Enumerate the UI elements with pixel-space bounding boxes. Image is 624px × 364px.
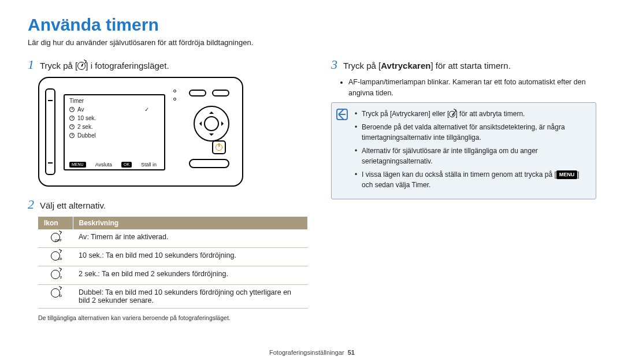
screen-opt-2: 2 sek. — [69, 122, 159, 131]
camera-screen: Timer Av✓ 10 sek. 2 sek. Dubbel MENUAvsl… — [64, 94, 165, 170]
camera-illustration: Timer Av✓ 10 sek. 2 sek. Dubbel MENUAvsl… — [38, 77, 243, 187]
info-item: Tryck på [Avtryckaren] eller [] för att … — [355, 109, 589, 119]
menu-pill-icon: MENU — [556, 170, 578, 180]
info-item: I vissa lägen kan du också ställa in tim… — [355, 169, 589, 190]
menu-icon: MENU — [69, 162, 86, 168]
timer-icon — [77, 62, 86, 70]
table-row: DDubbel: Ta en bild med 10 sekunders för… — [38, 285, 308, 309]
screen-title: Timer — [69, 98, 159, 104]
table-row: OFFAv: Timern är inte aktiverad. — [38, 229, 308, 248]
timer-double-icon: D — [51, 288, 60, 298]
options-table: Ikon Beskrivning OFFAv: Timern är inte a… — [38, 217, 308, 309]
info-item: Beroende på det valda alternativet för a… — [355, 122, 589, 143]
note-icon — [336, 109, 348, 120]
step-3-text: Tryck på [Avtryckaren] för att starta ti… — [343, 60, 596, 72]
step-number-3: 3 — [331, 57, 337, 72]
ok-icon: OK — [121, 162, 132, 168]
page-subtitle: Lär dig hur du använder självutlösaren f… — [28, 38, 596, 47]
th-icon: Ikon — [38, 217, 73, 229]
page-title: Använda timern — [28, 15, 596, 35]
step-number-2: 2 — [28, 197, 34, 212]
step-3-sublist: AF-lampan/timerlampan blinkar. Kameran t… — [340, 77, 596, 99]
info-item: Alternativ för självutlösare är inte til… — [355, 146, 589, 166]
screen-opt-dubbel: Dubbel — [69, 131, 159, 140]
timer-10-icon: 10 — [51, 251, 60, 261]
step-2-text: Välj ett alternativ. — [40, 199, 308, 211]
th-desc: Beskrivning — [73, 217, 308, 229]
table-row: 22 sek.: Ta en bild med 2 sekunders förd… — [38, 266, 308, 285]
page-footer: Fotograferingsinställningar 51 — [0, 349, 624, 356]
dpad-icon — [194, 106, 229, 142]
timer-icon — [449, 111, 455, 117]
table-row: 1010 sek.: Ta en bild med 10 sekunders f… — [38, 248, 308, 266]
power-icon — [212, 140, 226, 154]
step-3-note: AF-lampan/timerlampan blinkar. Kameran t… — [348, 77, 596, 99]
screen-opt-off: Av✓ — [69, 105, 159, 114]
timer-2-icon: 2 — [51, 270, 60, 279]
step-1-text: Tryck på [] i fotograferingsläget. — [40, 60, 308, 72]
info-box: Tryck på [Avtryckaren] eller [] för att … — [331, 102, 596, 199]
table-footnote: De tillgängliga alternativen kan variera… — [38, 314, 308, 321]
timer-off-icon: OFF — [51, 233, 60, 242]
screen-foot-left: Avsluta — [95, 162, 112, 168]
step-number-1: 1 — [28, 57, 34, 72]
screen-foot-right: Ställ in — [141, 162, 157, 168]
screen-opt-10: 10 sek. — [69, 114, 159, 122]
